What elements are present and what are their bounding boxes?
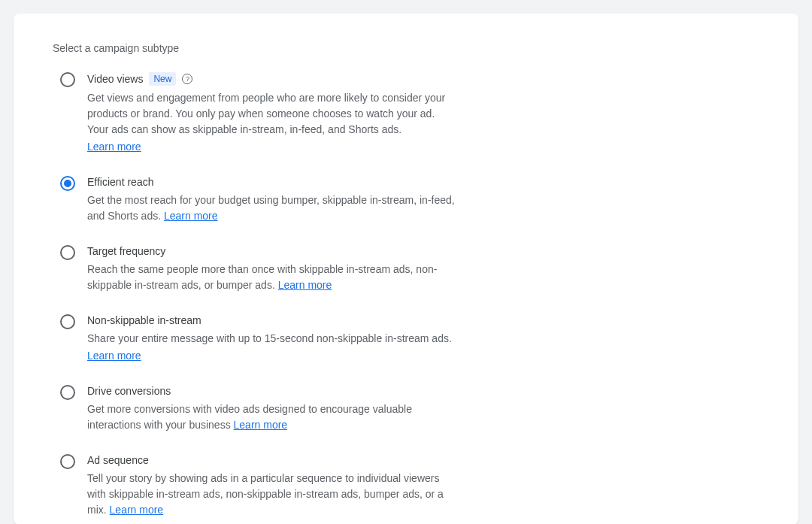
learn-more-link[interactable]: Learn more <box>278 279 332 291</box>
option-title: Non-skippable in-stream <box>87 314 201 326</box>
options-list: Video viewsNew?Get views and engagement … <box>53 72 759 524</box>
option-title: Drive conversions <box>87 385 171 397</box>
option-title-row: Ad sequence <box>87 454 456 466</box>
option-title: Video views <box>87 73 143 85</box>
option-description: Get more conversions with video ads desi… <box>87 401 456 433</box>
option-description-text: Share your entire message with up to 15-… <box>87 332 452 344</box>
option-content: Ad sequenceTell your story by showing ad… <box>87 454 456 518</box>
option-title-row: Video viewsNew? <box>87 72 456 86</box>
option-title-row: Target frequency <box>87 245 456 257</box>
option-row[interactable]: Non-skippable in-streamShare your entire… <box>53 314 759 364</box>
option-content: Video viewsNew?Get views and engagement … <box>87 72 456 155</box>
radio-button[interactable] <box>60 454 75 469</box>
option-row[interactable]: Target frequencyReach the same people mo… <box>53 245 759 293</box>
radio-button[interactable] <box>60 72 75 87</box>
learn-more-link[interactable]: Learn more <box>164 210 218 222</box>
option-content: Target frequencyReach the same people mo… <box>87 245 456 293</box>
option-title: Ad sequence <box>87 454 149 466</box>
option-row[interactable]: Ad sequenceTell your story by showing ad… <box>53 454 759 518</box>
option-description: Get views and engagement from people who… <box>87 90 456 155</box>
option-description: Share your entire message with up to 15-… <box>87 331 456 364</box>
learn-more-link[interactable]: Learn more <box>87 139 456 155</box>
campaign-subtype-card: Select a campaign subtype Video viewsNew… <box>14 14 798 524</box>
option-description: Tell your story by showing ads in a part… <box>87 471 456 518</box>
option-title-row: Efficient reach <box>87 176 456 188</box>
option-content: Non-skippable in-streamShare your entire… <box>87 314 456 364</box>
radio-button[interactable] <box>60 385 75 400</box>
option-row[interactable]: Efficient reachGet the most reach for yo… <box>53 176 759 224</box>
section-heading: Select a campaign subtype <box>53 42 759 54</box>
option-row[interactable]: Drive conversionsGet more conversions wi… <box>53 385 759 433</box>
option-description: Reach the same people more than once wit… <box>87 262 456 293</box>
learn-more-link[interactable]: Learn more <box>234 419 288 431</box>
option-description: Get the most reach for your budget using… <box>87 192 456 224</box>
option-title: Target frequency <box>87 245 165 257</box>
learn-more-link[interactable]: Learn more <box>87 348 456 364</box>
learn-more-link[interactable]: Learn more <box>110 504 164 516</box>
option-title-row: Non-skippable in-stream <box>87 314 456 326</box>
new-badge: New <box>149 72 176 86</box>
option-content: Efficient reachGet the most reach for yo… <box>87 176 456 224</box>
radio-button[interactable] <box>60 176 75 191</box>
option-title-row: Drive conversions <box>87 385 456 397</box>
option-content: Drive conversionsGet more conversions wi… <box>87 385 456 433</box>
radio-button[interactable] <box>60 245 75 260</box>
option-description-text: Get the most reach for your budget using… <box>87 194 455 222</box>
option-row[interactable]: Video viewsNew?Get views and engagement … <box>53 72 759 155</box>
radio-button[interactable] <box>60 314 75 329</box>
option-description-text: Reach the same people more than once wit… <box>87 263 437 291</box>
option-title: Efficient reach <box>87 176 153 188</box>
option-description-text: Get views and engagement from people who… <box>87 92 445 135</box>
help-icon[interactable]: ? <box>182 74 192 84</box>
